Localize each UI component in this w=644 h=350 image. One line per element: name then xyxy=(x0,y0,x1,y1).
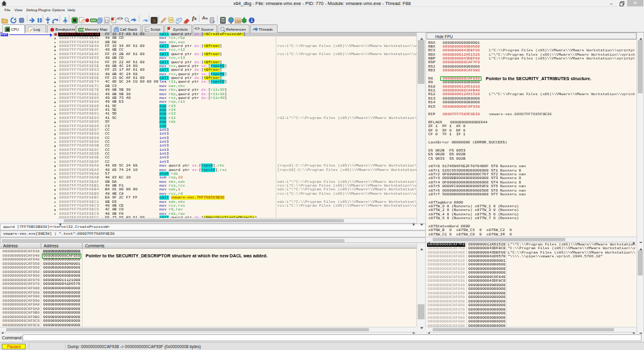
svg-text:i: i xyxy=(251,18,252,23)
svg-text:S: S xyxy=(153,18,155,24)
